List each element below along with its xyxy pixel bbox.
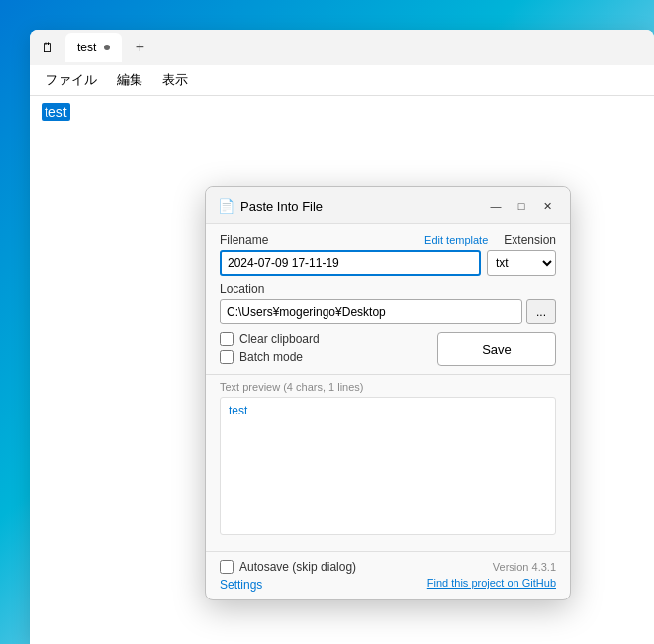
location-input[interactable] [220,299,522,324]
filename-label: Filename [220,233,268,247]
close-button[interactable]: ✕ [536,195,558,217]
dialog-titlebar: 📄 Paste Into File — □ ✕ [206,187,570,224]
footer-right: Version 4.3.1 Find this project on GitHu… [427,561,556,591]
autosave-row[interactable]: Autosave (skip dialog) [220,560,356,574]
clear-clipboard-checkbox[interactable] [220,332,234,346]
github-link[interactable]: Find this project on GitHub [427,577,556,589]
preview-section: Text preview (4 chars, 1 lines) test [206,374,570,541]
version-info: Version 4.3.1 [427,561,556,573]
dialog-footer: Autosave (skip dialog) Settings Version … [206,551,570,599]
dialog-title-text: Paste Into File [240,199,323,214]
filename-input-row: txt md csv json html [220,250,556,276]
dialog-overlay: 📄 Paste Into File — □ ✕ Filename Edit te… [0,0,654,644]
preview-box: test [220,397,556,535]
settings-link[interactable]: Settings [220,578,356,592]
autosave-label: Autosave (skip dialog) [239,560,356,574]
edit-template-link[interactable]: Edit template [424,234,488,246]
dialog-icon: 📄 [218,198,234,214]
location-label: Location [220,282,556,296]
batch-mode-checkbox[interactable] [220,350,234,364]
browse-button[interactable]: ... [526,299,556,324]
save-button[interactable]: Save [437,332,556,366]
clear-clipboard-label: Clear clipboard [239,332,320,346]
filename-input[interactable] [220,250,481,276]
clear-clipboard-checkbox-row[interactable]: Clear clipboard [220,332,320,346]
dialog-body: Filename Edit template Extension txt md … [206,224,570,551]
extension-label: Extension [504,233,556,247]
extension-select[interactable]: txt md csv json html [487,250,556,276]
filename-field-row: Filename Edit template Extension txt md … [220,233,556,276]
batch-mode-checkbox-row[interactable]: Batch mode [220,350,320,364]
minimize-button[interactable]: — [485,195,507,217]
checkboxes-save-row: Clear clipboard Batch mode Save [220,332,556,366]
autosave-checkbox[interactable] [220,560,234,574]
dialog-title: 📄 Paste Into File [218,198,323,214]
checkboxes-group: Clear clipboard Batch mode [220,332,320,364]
paste-into-file-dialog: 📄 Paste Into File — □ ✕ Filename Edit te… [205,186,571,600]
batch-mode-label: Batch mode [239,350,303,364]
location-field-row: Location ... [220,282,556,324]
dialog-controls: — □ ✕ [485,195,558,217]
preview-label: Text preview (4 chars, 1 lines) [220,381,556,393]
maximize-button[interactable]: □ [511,195,532,217]
location-input-row: ... [220,299,556,324]
filename-header: Filename Edit template Extension [220,233,556,247]
